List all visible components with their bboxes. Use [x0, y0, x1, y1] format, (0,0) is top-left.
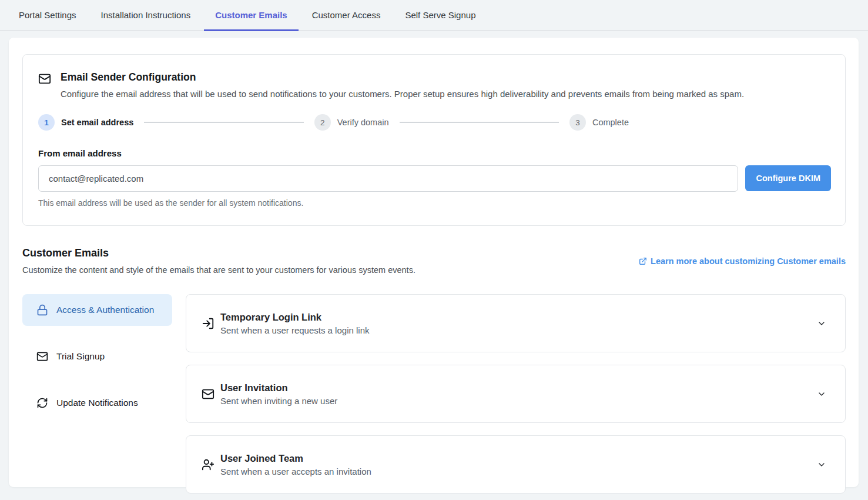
chevron-down-icon[interactable]: [817, 319, 826, 328]
email-card-user-invitation[interactable]: User Invitation Sent when inviting a new…: [186, 365, 846, 423]
step-label: Set email address: [61, 118, 133, 127]
tab-customer-access[interactable]: Customer Access: [301, 0, 392, 31]
tab-self-serve-signup[interactable]: Self Serve Signup: [394, 0, 487, 31]
from-email-row: Configure DKIM: [38, 165, 831, 192]
login-icon: [202, 317, 215, 330]
from-email-input[interactable]: [38, 165, 738, 192]
email-card-title: Temporary Login Link: [220, 312, 817, 323]
from-email-label: From email address: [38, 148, 831, 158]
sender-card-title: Email Sender Configuration: [61, 71, 744, 84]
learn-more-label: Learn more about customizing Customer em…: [651, 256, 846, 266]
main-panel: Email Sender Configuration Configure the…: [9, 38, 859, 487]
mail-icon: [202, 388, 215, 401]
tab-bar: Portal Settings Installation Instruction…: [0, 0, 868, 31]
customer-emails-subtitle: Customize the content and style of the e…: [22, 265, 415, 275]
refresh-icon: [36, 397, 48, 409]
sender-card-description: Configure the email address that will be…: [61, 89, 744, 99]
sidebar-item-label: Access & Authentication: [56, 303, 154, 317]
step-connector: [400, 122, 559, 123]
learn-more-link[interactable]: Learn more about customizing Customer em…: [639, 256, 846, 266]
customer-emails-content: Access & Authentication Trial Signup Upd…: [22, 294, 846, 500]
user-plus-icon: [202, 458, 215, 471]
chevron-down-icon[interactable]: [817, 389, 826, 399]
step-number-badge: 3: [569, 114, 586, 131]
step-set-email-address: 1 Set email address: [38, 114, 133, 131]
sidebar-item-update-notifications[interactable]: Update Notifications: [22, 387, 172, 419]
step-number-badge: 2: [314, 114, 331, 131]
customer-emails-title: Customer Emails: [22, 247, 415, 259]
email-card-title: User Invitation: [220, 382, 817, 394]
tab-portal-settings[interactable]: Portal Settings: [8, 0, 88, 31]
mail-icon: [36, 351, 48, 362]
sidebar-item-label: Trial Signup: [56, 349, 105, 364]
mail-icon: [38, 72, 51, 99]
step-number-badge: 1: [38, 114, 55, 131]
customer-emails-header: Customer Emails Customize the content an…: [22, 247, 846, 275]
sender-header: Email Sender Configuration Configure the…: [38, 71, 831, 99]
email-card-temporary-login-link[interactable]: Temporary Login Link Sent when a user re…: [186, 294, 846, 352]
chevron-down-icon[interactable]: [817, 460, 826, 469]
tab-customer-emails[interactable]: Customer Emails: [204, 0, 299, 31]
email-template-list: Temporary Login Link Sent when a user re…: [186, 294, 846, 500]
sidebar-item-access-authentication[interactable]: Access & Authentication: [22, 294, 172, 326]
email-sender-card: Email Sender Configuration Configure the…: [22, 54, 846, 226]
email-card-user-joined-team[interactable]: User Joined Team Sent when a user accept…: [186, 435, 846, 494]
category-sidebar: Access & Authentication Trial Signup Upd…: [22, 294, 172, 500]
step-complete: 3 Complete: [569, 114, 629, 131]
sidebar-item-trial-signup[interactable]: Trial Signup: [22, 341, 172, 372]
email-card-subtitle: Sent when a user requests a login link: [220, 325, 817, 335]
from-email-helper-text: This email address will be used as the s…: [38, 198, 831, 208]
app-root: Portal Settings Installation Instruction…: [0, 0, 868, 487]
step-label: Complete: [592, 118, 629, 127]
sidebar-item-label: Update Notifications: [56, 396, 138, 410]
email-card-subtitle: Sent when inviting a new user: [220, 396, 817, 406]
configure-dkim-button[interactable]: Configure DKIM: [745, 165, 831, 191]
lock-icon: [36, 304, 48, 316]
step-connector: [144, 122, 303, 123]
external-link-icon: [639, 257, 647, 265]
step-verify-domain: 2 Verify domain: [314, 114, 389, 131]
email-card-title: User Joined Team: [220, 453, 817, 464]
setup-stepper: 1 Set email address 2 Verify domain 3 Co…: [38, 114, 629, 131]
step-label: Verify domain: [337, 118, 389, 127]
tab-installation-instructions[interactable]: Installation Instructions: [90, 0, 202, 31]
email-card-subtitle: Sent when a user accepts an invitation: [220, 466, 817, 476]
